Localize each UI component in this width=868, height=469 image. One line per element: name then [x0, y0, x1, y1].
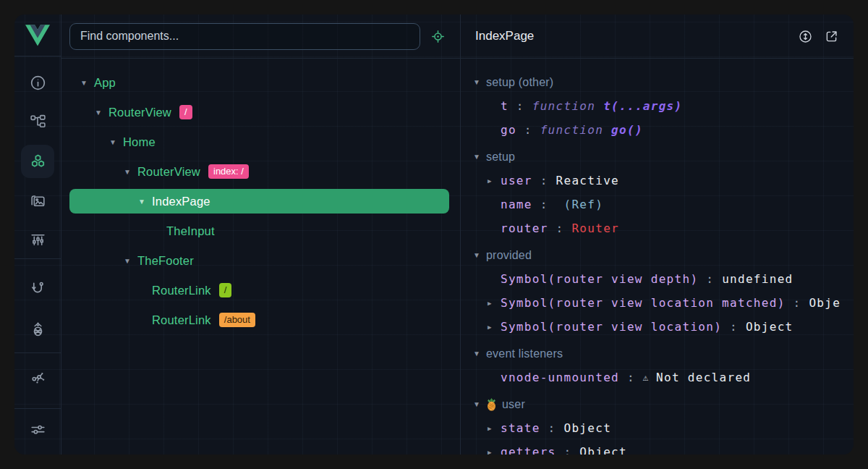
tree-row[interactable]: ▼IndexPage — [69, 189, 449, 214]
state-value: ⚠ — [643, 372, 656, 383]
sidebar-item-components-hierarchy[interactable] — [21, 105, 54, 138]
state-key: state — [501, 421, 540, 435]
expand-arrow-icon[interactable]: ▶ — [488, 300, 493, 307]
inspector-header: IndexPage — [461, 14, 854, 59]
expander-icon[interactable]: ▼ — [138, 198, 152, 206]
state-key: t — [501, 99, 509, 113]
state-row[interactable]: ▶state : Object — [461, 416, 854, 440]
sidebar-item-timeline[interactable] — [21, 223, 54, 256]
state-colon: : — [532, 198, 556, 211]
state-colon: : — [509, 99, 532, 113]
state-value: (Ref) — [556, 198, 604, 211]
state-value: Router — [571, 221, 619, 235]
expand-toggle-icon[interactable] — [798, 29, 813, 44]
expander-icon[interactable]: ▼ — [124, 168, 137, 176]
tree-row[interactable]: ▼Home — [61, 130, 460, 154]
route-badge: index: / — [208, 164, 249, 179]
expander-icon[interactable]: ▼ — [473, 350, 486, 358]
expander-icon[interactable]: ▼ — [473, 153, 486, 161]
expander-icon[interactable]: ▼ — [473, 251, 486, 259]
component-label: RouterLink — [152, 313, 211, 327]
state-row[interactable]: ▶user : Reactive — [461, 169, 854, 193]
sidebar-item-settings[interactable] — [21, 413, 54, 446]
state-colon: : — [532, 174, 556, 187]
state-section-header[interactable]: ▼setup (other) — [461, 70, 854, 94]
inspector-state: ▼setup (other)t : function t(...args)go … — [461, 59, 854, 455]
state-value: function — [540, 123, 611, 137]
component-label: RouterView — [137, 165, 200, 179]
pinia-icon — [29, 321, 47, 339]
state-section-header[interactable]: ▼user — [461, 392, 854, 416]
expander-icon[interactable]: ▼ — [473, 78, 486, 86]
section-label: setup — [486, 151, 515, 164]
state-value: go() — [611, 123, 643, 137]
state-colon: : — [556, 445, 580, 455]
sidebar-item-components[interactable] — [21, 145, 54, 178]
open-in-editor-icon[interactable] — [824, 29, 839, 44]
state-colon: : — [540, 421, 564, 435]
graph-icon — [29, 369, 47, 387]
timeline-icon — [29, 231, 47, 249]
router-icon — [29, 279, 47, 297]
component-label: IndexPage — [152, 195, 210, 208]
expand-arrow-icon[interactable]: ▶ — [488, 324, 493, 331]
tree-row[interactable]: RouterLink/about — [61, 308, 460, 332]
state-value: function — [532, 99, 603, 113]
tree-row[interactable]: ▼RouterView/ — [61, 100, 460, 124]
state-section-header[interactable]: ▼setup — [461, 145, 854, 169]
sidebar-item-pinia[interactable] — [21, 313, 54, 346]
sidebar-divider — [14, 258, 61, 259]
sidebar-item-graph[interactable] — [21, 361, 54, 394]
state-key: Symbol(router view location) — [501, 320, 722, 334]
section-label: setup (other) — [486, 76, 553, 89]
components-toolbar — [61, 14, 460, 59]
tree-row[interactable]: ▼TheFooter — [61, 248, 460, 273]
expand-arrow-icon[interactable]: ▶ — [488, 449, 493, 455]
state-colon: : — [516, 123, 540, 137]
tree-row[interactable]: RouterLink/ — [61, 278, 460, 303]
sidebar-item-router[interactable] — [21, 271, 54, 305]
expand-arrow-icon[interactable]: ▶ — [488, 425, 493, 432]
expand-arrow-icon[interactable]: ▶ — [488, 177, 493, 185]
state-row: vnode-unmounted : ⚠ Not declared — [461, 366, 854, 389]
vue-devtools-window: ▼App▼RouterView/▼Home▼RouterViewindex: /… — [14, 14, 854, 455]
expander-icon[interactable]: ▼ — [80, 79, 94, 87]
sidebar-divider — [14, 56, 61, 56]
inspector-title: IndexPage — [475, 29, 787, 43]
sidebar-divider — [14, 408, 61, 409]
expander-icon[interactable]: ▼ — [95, 109, 109, 117]
component-tree: ▼App▼RouterView/▼Home▼RouterViewindex: /… — [61, 59, 460, 337]
target-icon[interactable] — [430, 29, 446, 44]
hierarchy-icon — [29, 113, 47, 131]
state-key: user — [501, 174, 532, 187]
tree-row[interactable]: TheInput — [61, 219, 460, 243]
sidebar-item-overview[interactable] — [21, 66, 54, 99]
component-label: TheInput — [166, 224, 215, 238]
expander-icon[interactable]: ▼ — [109, 138, 123, 146]
state-key: go — [501, 123, 516, 137]
search-input[interactable] — [70, 30, 420, 43]
inspector-panel: IndexPage ▼setup (other)t : function t(.… — [460, 14, 854, 455]
state-row: go : function go() — [461, 118, 854, 142]
component-label: App — [94, 76, 116, 90]
tree-row[interactable]: ▼App — [61, 70, 460, 95]
state-value: undefined — [722, 272, 793, 286]
state-section-header[interactable]: ▼event listeners — [461, 342, 854, 366]
state-colon: : — [619, 371, 643, 384]
expander-icon[interactable]: ▼ — [124, 257, 137, 265]
state-colon: : — [698, 272, 722, 286]
state-section-header[interactable]: ▼provided — [461, 243, 854, 267]
state-row[interactable]: ▶Symbol(router view location) : Object — [461, 315, 854, 339]
state-colon: : — [786, 296, 809, 310]
sidebar-item-assets[interactable] — [21, 184, 54, 217]
state-row[interactable]: ▶getters : Object — [461, 440, 854, 455]
state-row: router : Router — [461, 216, 854, 240]
state-row[interactable]: ▶Symbol(router view location matched) : … — [461, 291, 854, 315]
component-label: TheFooter — [137, 254, 194, 268]
state-value: t(...args) — [603, 99, 682, 113]
expander-icon[interactable]: ▼ — [473, 400, 486, 408]
hexagons-icon — [29, 153, 47, 171]
tree-row[interactable]: ▼RouterViewindex: / — [61, 159, 460, 184]
route-badge: /about — [219, 313, 255, 327]
state-key: name — [501, 198, 532, 211]
